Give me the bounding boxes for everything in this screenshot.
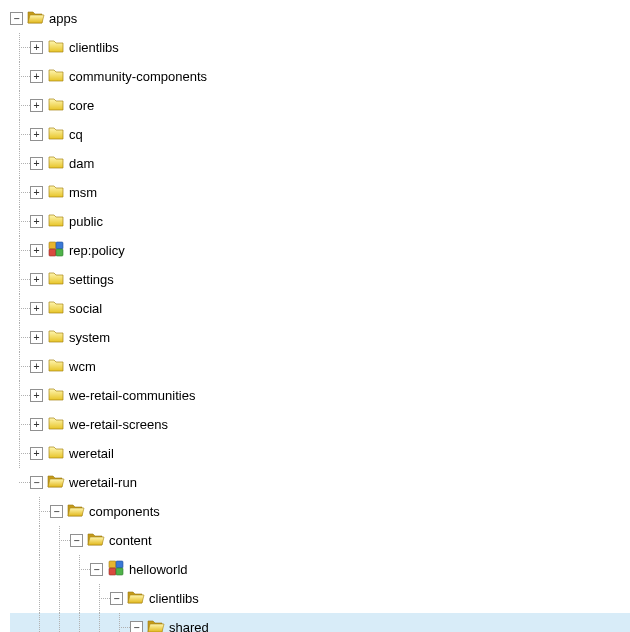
folder-icon	[47, 269, 69, 290]
indent	[70, 555, 90, 584]
folder-open-icon	[67, 501, 89, 522]
folder-tree: −apps+clientlibs+community-components+co…	[0, 0, 630, 632]
indent	[30, 584, 50, 613]
collapse-toggle[interactable]: −	[90, 563, 103, 576]
tree-node-label: weretail-run	[69, 475, 137, 490]
expand-toggle[interactable]: +	[30, 70, 43, 83]
tree-node[interactable]: +msm	[10, 178, 630, 207]
tree-node[interactable]: +cq	[10, 120, 630, 149]
indent	[10, 468, 30, 497]
tree-node-label: public	[69, 214, 103, 229]
expand-toggle[interactable]: +	[30, 447, 43, 460]
indent	[10, 120, 30, 149]
expand-toggle[interactable]: +	[30, 360, 43, 373]
indent	[10, 439, 30, 468]
folder-icon	[47, 182, 69, 203]
expand-toggle[interactable]: +	[30, 273, 43, 286]
tree-node[interactable]: +weretail	[10, 439, 630, 468]
expand-toggle[interactable]: +	[30, 128, 43, 141]
indent	[10, 613, 30, 632]
tree-node-label: shared	[169, 620, 209, 632]
tree-node-label: we-retail-communities	[69, 388, 195, 403]
expand-toggle[interactable]: +	[30, 215, 43, 228]
tree-node[interactable]: +social	[10, 294, 630, 323]
tree-node[interactable]: +dam	[10, 149, 630, 178]
svg-rect-4	[109, 561, 116, 568]
collapse-toggle[interactable]: −	[130, 621, 143, 632]
expand-toggle[interactable]: +	[30, 99, 43, 112]
svg-rect-7	[116, 568, 123, 575]
indent	[10, 265, 30, 294]
tree-node[interactable]: +community-components	[10, 62, 630, 91]
expand-toggle[interactable]: +	[30, 41, 43, 54]
indent	[50, 555, 70, 584]
tree-node-label: social	[69, 301, 102, 316]
tree-node[interactable]: −shared	[10, 613, 630, 632]
tree-node[interactable]: +public	[10, 207, 630, 236]
folder-icon	[47, 356, 69, 377]
expand-toggle[interactable]: +	[30, 186, 43, 199]
indent	[10, 352, 30, 381]
tree-node[interactable]: −components	[10, 497, 630, 526]
tree-node-label: components	[89, 504, 160, 519]
tree-node[interactable]: +we-retail-screens	[10, 410, 630, 439]
expand-toggle[interactable]: +	[30, 418, 43, 431]
tree-node-label: settings	[69, 272, 114, 287]
tree-node[interactable]: +system	[10, 323, 630, 352]
indent	[90, 584, 110, 613]
indent	[110, 613, 130, 632]
indent	[30, 613, 50, 632]
indent	[30, 555, 50, 584]
indent	[10, 91, 30, 120]
collapse-toggle[interactable]: −	[70, 534, 83, 547]
svg-rect-6	[109, 568, 116, 575]
tree-node[interactable]: +core	[10, 91, 630, 120]
folder-open-icon	[147, 617, 169, 632]
svg-rect-2	[49, 249, 56, 256]
tree-node-label: content	[109, 533, 152, 548]
tree-node[interactable]: +we-retail-communities	[10, 381, 630, 410]
tree-node[interactable]: −helloworld	[10, 555, 630, 584]
package-icon	[47, 240, 69, 261]
indent	[10, 323, 30, 352]
tree-node[interactable]: −content	[10, 526, 630, 555]
collapse-toggle[interactable]: −	[10, 12, 23, 25]
tree-node-label: community-components	[69, 69, 207, 84]
expand-toggle[interactable]: +	[30, 157, 43, 170]
indent	[10, 62, 30, 91]
tree-node[interactable]: −weretail-run	[10, 468, 630, 497]
expand-toggle[interactable]: +	[30, 302, 43, 315]
expand-toggle[interactable]: +	[30, 389, 43, 402]
tree-node-label: clientlibs	[69, 40, 119, 55]
tree-node[interactable]: −clientlibs	[10, 584, 630, 613]
tree-node[interactable]: +settings	[10, 265, 630, 294]
folder-icon	[47, 298, 69, 319]
tree-node-label: we-retail-screens	[69, 417, 168, 432]
indent	[50, 613, 70, 632]
tree-node-label: clientlibs	[149, 591, 199, 606]
folder-open-icon	[47, 472, 69, 493]
tree-node[interactable]: +rep:policy	[10, 236, 630, 265]
indent	[10, 294, 30, 323]
indent	[10, 178, 30, 207]
indent	[10, 207, 30, 236]
indent	[10, 236, 30, 265]
indent	[70, 584, 90, 613]
collapse-toggle[interactable]: −	[30, 476, 43, 489]
tree-node[interactable]: +clientlibs	[10, 33, 630, 62]
expand-toggle[interactable]: +	[30, 244, 43, 257]
folder-icon	[47, 153, 69, 174]
folder-icon	[47, 443, 69, 464]
collapse-toggle[interactable]: −	[50, 505, 63, 518]
collapse-toggle[interactable]: −	[110, 592, 123, 605]
tree-node-label: weretail	[69, 446, 114, 461]
tree-node[interactable]: −apps	[10, 4, 630, 33]
tree-node[interactable]: +wcm	[10, 352, 630, 381]
expand-toggle[interactable]: +	[30, 331, 43, 344]
indent	[10, 33, 30, 62]
tree-node-label: dam	[69, 156, 94, 171]
svg-rect-1	[56, 242, 63, 249]
indent	[10, 584, 30, 613]
tree-node-label: wcm	[69, 359, 96, 374]
tree-node-label: helloworld	[129, 562, 188, 577]
